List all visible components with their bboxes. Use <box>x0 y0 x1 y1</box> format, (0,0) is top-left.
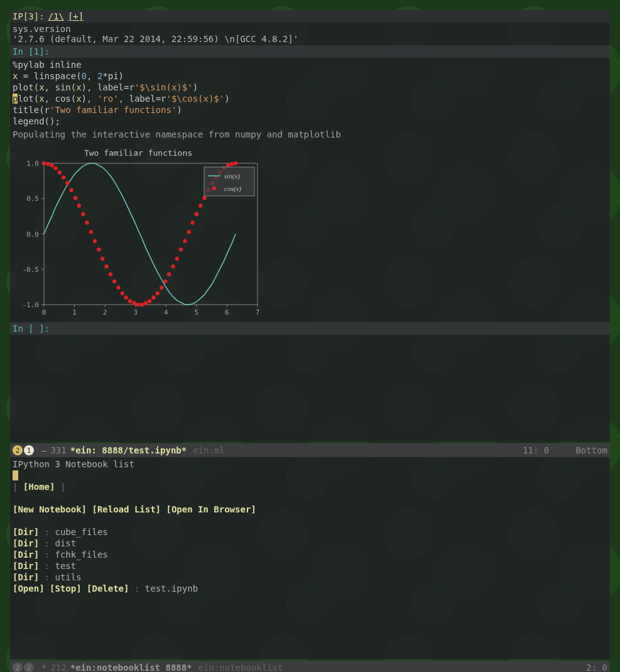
svg-point-67 <box>199 203 202 207</box>
dir-link[interactable]: [Dir] <box>13 550 39 560</box>
svg-point-64 <box>187 230 191 234</box>
svg-point-63 <box>183 239 187 243</box>
cell-code-empty[interactable] <box>10 335 610 346</box>
entry-name: cube_files <box>55 527 107 537</box>
svg-point-35 <box>73 196 77 200</box>
notebook-entries: [Dir] : cube_files [Dir] : dist [Dir] : … <box>13 526 607 583</box>
svg-point-40 <box>93 239 97 243</box>
modeline-bottom: 2 2 * 212 *ein:notebooklist 8888* ein:no… <box>10 661 610 672</box>
modeline-filename: *ein: 8888/test.ipynb* <box>70 445 187 455</box>
notebook-action[interactable]: [Open In Browser] <box>166 504 256 514</box>
svg-point-34 <box>70 188 73 192</box>
svg-point-30 <box>53 166 57 170</box>
svg-point-51 <box>136 303 139 306</box>
nb-sep: | <box>13 482 23 492</box>
svg-point-33 <box>65 181 69 185</box>
svg-text:sin(x): sin(x) <box>224 172 240 180</box>
svg-point-31 <box>58 170 62 174</box>
svg-point-57 <box>160 286 163 290</box>
modeline-badge-1b: 2 <box>13 663 23 672</box>
file-action[interactable]: [Stop] <box>50 583 82 593</box>
kernel-tab-bar: IP[3]: /1\ [+] <box>10 10 610 23</box>
svg-point-43 <box>104 264 108 268</box>
dir-link[interactable]: [Dir] <box>13 538 39 548</box>
modeline-linecount: 331 <box>50 445 66 455</box>
svg-point-65 <box>190 220 194 224</box>
svg-point-52 <box>140 303 144 306</box>
svg-text:5: 5 <box>195 308 199 317</box>
svg-point-28 <box>46 162 50 166</box>
modeline-badge-1: 2 <box>13 445 23 455</box>
notebook-action[interactable]: [New Notebook] <box>13 504 87 514</box>
kernel-label: IP[3]: <box>13 11 45 21</box>
svg-point-39 <box>89 230 93 234</box>
notebook-action[interactable]: [Reload List] <box>92 504 161 514</box>
svg-point-27 <box>42 161 46 165</box>
modeline-linecount-b: 212 <box>50 663 66 672</box>
add-tab-button[interactable]: [+] <box>68 11 84 21</box>
svg-text:4: 4 <box>164 308 168 317</box>
svg-text:-0.5: -0.5 <box>23 266 40 274</box>
svg-point-62 <box>179 247 183 251</box>
cell-code-1[interactable]: %pylab inline x = linspace(0, 2*pi) plot… <box>10 58 610 128</box>
kernel-tab[interactable]: /1\ <box>48 11 64 21</box>
svg-text:0.0: 0.0 <box>26 230 39 239</box>
entry-name: dist <box>55 538 76 548</box>
modeline-filename-b: *ein:notebooklist 8888* <box>70 663 192 672</box>
svg-point-60 <box>171 264 175 268</box>
svg-point-68 <box>202 196 206 200</box>
svg-point-53 <box>144 301 148 305</box>
entry-name: test <box>55 561 76 571</box>
file-name: test.ipynb <box>145 583 198 593</box>
notebook-file-row: [Open] [Stop] [Delete] : test.ipynb <box>13 583 607 594</box>
prompt-label: In [1]: <box>13 46 50 57</box>
svg-text:6: 6 <box>225 308 229 317</box>
svg-point-46 <box>116 286 120 290</box>
modeline-badge-2: 1 <box>24 445 34 455</box>
cell-stderr: Populating the interactive namespace fro… <box>10 128 610 141</box>
chart-svg: Two familiar functions 01234567-1.0-0.50… <box>13 144 264 320</box>
svg-point-66 <box>195 212 199 216</box>
svg-point-48 <box>124 296 128 300</box>
svg-point-61 <box>175 257 179 261</box>
notebook-pane: IP[3]: /1\ [+] sys.version '2.7.6 (defau… <box>10 10 610 442</box>
svg-point-37 <box>81 212 85 216</box>
modeline-position: 11: 0 <box>523 445 549 455</box>
chart-output: Two familiar functions 01234567-1.0-0.50… <box>10 141 610 322</box>
svg-point-32 <box>62 175 65 179</box>
cell-output-version: sys.version '2.7.6 (default, Mar 22 2014… <box>10 23 610 45</box>
list-cursor <box>13 470 18 480</box>
cell-prompt-1[interactable]: In [1]: <box>10 45 610 58</box>
file-action[interactable]: [Open] <box>13 583 45 593</box>
svg-point-41 <box>97 247 101 251</box>
prompt-label-empty: In [ ]: <box>13 323 50 333</box>
svg-point-55 <box>151 296 155 300</box>
svg-text:0.5: 0.5 <box>26 195 39 203</box>
home-link[interactable]: [Home] <box>23 482 55 492</box>
svg-text:7: 7 <box>256 308 260 317</box>
svg-text:2: 2 <box>103 308 107 317</box>
dir-link[interactable]: [Dir] <box>13 561 39 571</box>
text-cursor: p <box>13 94 18 104</box>
svg-text:0: 0 <box>42 308 46 317</box>
modeline-dirty-b: * <box>41 663 46 672</box>
notebook-list-title: IPython 3 Notebook list <box>13 458 607 470</box>
modeline-top: 2 1 — 331 *ein: 8888/test.ipynb* ein:ml … <box>10 443 610 457</box>
dir-link[interactable]: [Dir] <box>13 572 39 582</box>
svg-point-58 <box>163 279 167 283</box>
dir-link[interactable]: [Dir] <box>13 527 39 537</box>
svg-point-47 <box>121 291 124 295</box>
svg-point-29 <box>50 163 53 167</box>
svg-point-75 <box>230 162 234 166</box>
svg-point-44 <box>109 272 112 276</box>
svg-point-38 <box>85 220 89 224</box>
svg-point-54 <box>148 299 151 303</box>
entry-name: utils <box>55 572 81 582</box>
notebook-actions-row: [New Notebook] [Reload List] [Open In Br… <box>13 504 607 515</box>
svg-text:1.0: 1.0 <box>26 160 39 168</box>
file-action[interactable]: [Delete] <box>87 583 129 593</box>
cell-prompt-empty[interactable]: In [ ]: <box>10 322 610 335</box>
svg-text:1: 1 <box>72 308 77 317</box>
svg-point-50 <box>132 301 136 305</box>
svg-point-76 <box>234 161 237 165</box>
